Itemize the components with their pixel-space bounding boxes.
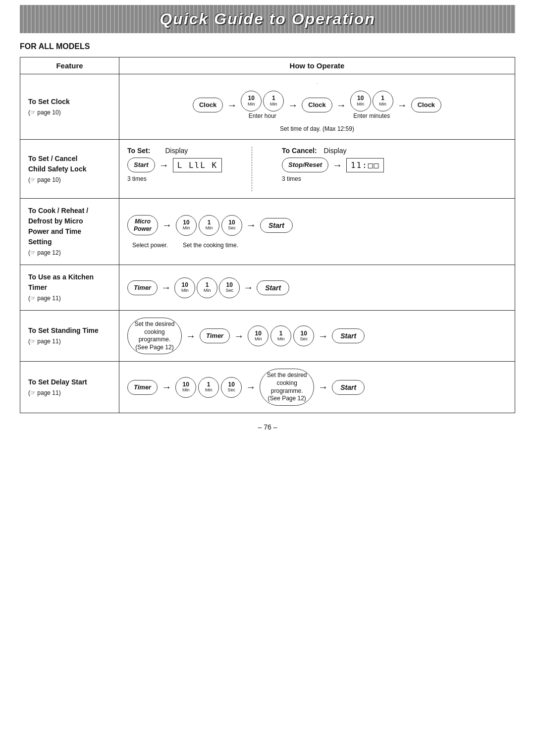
feature-cell: To Set Standing Time (☞ page 11) [20, 311, 119, 362]
clock-button-1[interactable]: Clock [193, 98, 223, 112]
ten-min-micro[interactable]: 10 Min [176, 215, 197, 236]
enter-min-label: Enter minutes [353, 112, 390, 119]
hour-buttons: 10 Min 1 Min [241, 91, 284, 111]
ten-sec-micro[interactable]: 10 Sec [221, 215, 242, 236]
feature-cell: To Cook / Reheat /Defrost by MicroPower … [20, 199, 119, 265]
ten-min-st[interactable]: 10 Min [248, 325, 268, 346]
delay-start-diagram: Timer → 10 Min 1 Min 10 Sec [127, 369, 507, 405]
child-lock-diagram: To Set: Display Start → L LlL K 3 times [127, 147, 507, 191]
feature-label: To Set Standing Time (☞ page 11) [28, 325, 111, 346]
page-number: – 76 – [20, 423, 515, 431]
set-display: L LlL K [173, 158, 222, 172]
start-button-micro[interactable]: Start [260, 218, 293, 233]
table-row: To Use as a KitchenTimer (☞ page 11) Tim… [20, 265, 515, 311]
arrow-st-3: → [318, 330, 328, 342]
cancel-flow: Stop/Reset → 11:□□ [282, 158, 384, 172]
ten-sec-ds[interactable]: 10 Sec [221, 377, 242, 398]
micro-diagram: MicroPower → 10 Min 1 Min 10 [127, 215, 507, 249]
table-row: To Set Delay Start (☞ page 11) Timer → 1… [20, 362, 515, 413]
feature-cell: To Set Clock (☞ page 10) [20, 74, 119, 140]
set-prog-box-standing: Set the desiredcooking programme.(See Pa… [127, 318, 182, 354]
feature-cell: To Set / CancelChild Safety Lock (☞ page… [20, 140, 119, 199]
start-button-kt[interactable]: Start [257, 280, 289, 295]
operation-cell: To Set: Display Start → L LlL K 3 times [119, 140, 515, 199]
set-cooking-time-label: Set the cooking time. [183, 242, 238, 249]
arrow-micro-1: → [162, 219, 172, 231]
one-min-button-1[interactable]: 1 Min [263, 91, 284, 111]
dot-indicator: · [317, 81, 318, 86]
feature-label: To Set Clock (☞ page 10) [28, 97, 111, 117]
kitchen-timer-diagram: Timer → 10 Min 1 Min 10 Sec [127, 277, 507, 298]
start-button-st[interactable]: Start [332, 328, 365, 343]
page-wrapper: Quick Guide to Operation FOR ALL MODELS … [0, 0, 535, 451]
clock-diagram: · Clock → 10 Min [127, 81, 507, 132]
operation-cell: MicroPower → 10 Min 1 Min 10 [119, 199, 515, 265]
arrow-st-2: → [234, 330, 244, 342]
arrow-set: → [159, 160, 169, 171]
micro-power-button[interactable]: MicroPower [127, 215, 158, 235]
stop-reset-button[interactable]: Stop/Reset [282, 158, 328, 172]
feature-cell: To Use as a KitchenTimer (☞ page 11) [20, 265, 119, 311]
enter-hour-group: 10 Min 1 Min Enter hour [241, 91, 284, 119]
arrow-micro-2: → [246, 219, 256, 231]
set-col: To Set: Display Start → L LlL K 3 times [127, 147, 222, 182]
ten-min-ds[interactable]: 10 Min [175, 377, 196, 398]
timer-button-delay[interactable]: Timer [127, 380, 158, 395]
micro-flow-top: MicroPower → 10 Min 1 Min 10 [127, 215, 507, 236]
col-operate-header: How to Operate [119, 57, 515, 74]
one-min-kt[interactable]: 1 Min [197, 277, 217, 298]
clock-button-3[interactable]: Clock [411, 98, 441, 112]
section-heading: FOR ALL MODELS [20, 42, 515, 51]
arrow-kt-1: → [161, 282, 171, 293]
one-min-button-2[interactable]: 1 Min [373, 91, 393, 111]
ten-sec-st[interactable]: 10 Sec [293, 325, 314, 346]
one-min-st[interactable]: 1 Min [270, 325, 291, 346]
feature-label: To Cook / Reheat /Defrost by MicroPower … [28, 206, 111, 258]
ten-min-button-2[interactable]: 10 Min [350, 91, 371, 111]
ten-min-kt[interactable]: 10 Min [174, 277, 195, 298]
feature-cell: To Set Delay Start (☞ page 11) [20, 362, 119, 413]
operation-cell: Timer → 10 Min 1 Min 10 Sec [119, 265, 515, 311]
timer-button-kitchen[interactable]: Timer [127, 280, 158, 295]
standing-diagram: Set the desiredcooking programme.(See Pa… [127, 318, 507, 354]
feature-label: To Set Delay Start (☞ page 11) [28, 377, 111, 398]
start-button-set[interactable]: Start [127, 158, 155, 172]
ten-sec-kt[interactable]: 10 Sec [219, 277, 240, 298]
cancel-display: 11:□□ [346, 158, 384, 172]
one-min-ds[interactable]: 1 Min [198, 377, 219, 398]
clock-flow: Clock → 10 Min 1 [193, 91, 441, 119]
timer-button-standing[interactable]: Timer [200, 328, 230, 343]
arrow-ds-1: → [161, 381, 171, 393]
arrow-4: → [397, 100, 407, 111]
divider [252, 147, 252, 191]
table-row: To Set / CancelChild Safety Lock (☞ page… [20, 140, 515, 199]
arrow-ds-2: → [246, 381, 256, 393]
clock-button-2[interactable]: Clock [302, 98, 332, 112]
page-title: Quick Guide to Operation [30, 10, 505, 28]
arrow-1: → [227, 100, 237, 111]
table-row: To Cook / Reheat /Defrost by MicroPower … [20, 199, 515, 265]
feature-label: To Use as a KitchenTimer (☞ page 11) [28, 272, 111, 303]
set-times: 3 times [127, 175, 147, 182]
ten-min-button-1[interactable]: 10 Min [241, 91, 262, 111]
cancel-display-label: Display [324, 147, 347, 155]
main-table: Feature How to Operate To Set Clock (☞ p… [20, 57, 515, 413]
clock-desc: Set time of day. (Max 12:59) [280, 125, 354, 132]
arrow-st-1: → [186, 330, 196, 342]
cancel-times: 3 times [282, 175, 301, 182]
micro-labels: Select power. Set the cooking time. [127, 242, 507, 249]
table-row: To Set Clock (☞ page 10) · Clock → [20, 74, 515, 140]
cancel-col: To Cancel: Display Stop/Reset → 11:□□ 3 … [282, 147, 384, 182]
arrow-cancel: → [332, 160, 342, 171]
title-bar: Quick Guide to Operation [20, 5, 515, 33]
cancel-title: To Cancel: [282, 147, 317, 155]
one-min-micro[interactable]: 1 Min [199, 215, 219, 236]
operation-cell: · Clock → 10 Min [119, 74, 515, 140]
arrow-kt-2: → [243, 282, 253, 293]
start-button-ds[interactable]: Start [332, 380, 365, 395]
arrow-2: → [288, 100, 298, 111]
set-display-label: Display [165, 147, 188, 155]
feature-label: To Set / CancelChild Safety Lock (☞ page… [28, 154, 111, 185]
col-feature-header: Feature [20, 57, 119, 74]
operation-cell: Set the desiredcooking programme.(See Pa… [119, 311, 515, 362]
